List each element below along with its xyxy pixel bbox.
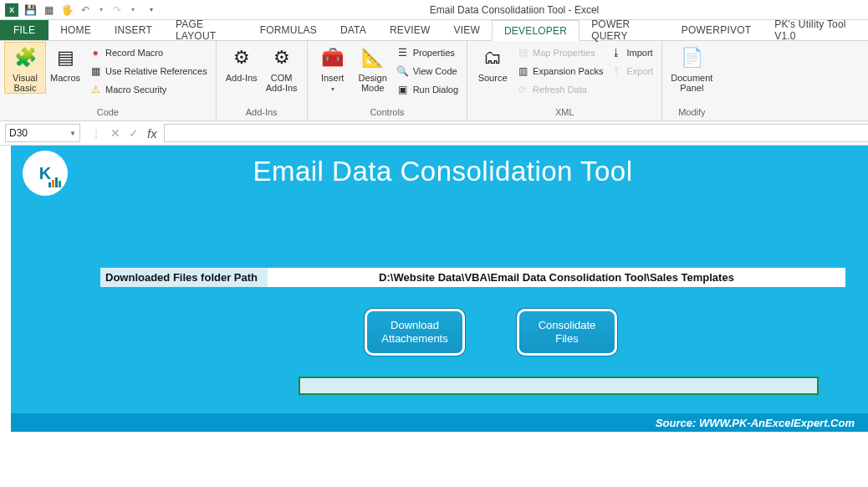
run-dialog-button[interactable]: ▣Run Dialog bbox=[396, 81, 458, 98]
tab-power-query[interactable]: POWER QUERY bbox=[580, 20, 670, 40]
title-bar: X 💾 ▦ 🖐 ↶ ▾ ↷ ▾ ▾ Email Data Consolidati… bbox=[0, 0, 868, 20]
tool-title: Email Data Consolidation Tool bbox=[68, 156, 868, 187]
source-bar: Source: WWW.PK-AnExcelExpert.Com bbox=[11, 413, 868, 432]
visual-basic-button[interactable]: 🧩 Visual Basic bbox=[5, 43, 45, 93]
download-attachments-button[interactable]: DownloadAttachements bbox=[365, 309, 465, 356]
macros-icon: ▤ bbox=[52, 44, 79, 71]
ribbon-tabs: FILE HOME INSERT PAGE LAYOUT FORMULAS DA… bbox=[0, 20, 868, 41]
formula-bar: D30 ▼ ⋮ ✕ ✓ fx bbox=[0, 121, 868, 146]
visual-basic-icon: 🧩 bbox=[12, 44, 38, 71]
tab-insert[interactable]: INSERT bbox=[103, 20, 164, 40]
name-box-dropdown-icon[interactable]: ▼ bbox=[69, 130, 76, 137]
cancel-formula-icon[interactable]: ✕ bbox=[110, 126, 120, 140]
map-properties-button: ▤Map Properties bbox=[516, 44, 603, 61]
tool-panel: K Email Data Consolidation Tool Download… bbox=[11, 146, 868, 413]
tab-developer[interactable]: DEVELOPER bbox=[492, 20, 580, 41]
com-addins-icon: ⚙ bbox=[268, 44, 295, 71]
record-icon: ● bbox=[89, 46, 102, 59]
pk-logo: K bbox=[23, 151, 68, 196]
source-text: Source: WWW.PK-AnExcelExpert.Com bbox=[656, 417, 855, 429]
group-label-xml: XML bbox=[472, 107, 656, 120]
qat-dropdown-1[interactable]: ▾ bbox=[97, 6, 105, 13]
import-button[interactable]: ⭳Import bbox=[610, 44, 653, 61]
tab-view[interactable]: VIEW bbox=[442, 20, 492, 40]
insert-function-icon[interactable]: fx bbox=[147, 126, 157, 141]
document-panel-button[interactable]: 📄 Document Panel bbox=[667, 43, 716, 93]
macro-security-button[interactable]: ⚠Macro Security bbox=[89, 81, 207, 98]
save-icon[interactable]: 💾 bbox=[23, 3, 37, 17]
design-mode-button[interactable]: 📐 Design Mode bbox=[353, 43, 393, 93]
properties-icon: ☰ bbox=[396, 46, 410, 59]
com-addins-button[interactable]: ⚙ COM Add-Ins bbox=[262, 43, 302, 93]
refresh-icon: ⟳ bbox=[516, 83, 529, 96]
insert-control-icon: 🧰 bbox=[319, 44, 346, 71]
dotted-divider: ⋮ bbox=[90, 126, 102, 140]
group-xml: 🗂 Source ▤Map Properties ▥Expansion Pack… bbox=[467, 41, 662, 120]
folder-path-value[interactable]: D:\Website Data\VBA\Email Data Consolida… bbox=[268, 268, 845, 287]
tool-header: K Email Data Consolidation Tool bbox=[11, 146, 868, 197]
refresh-data-button: ⟳Refresh Data bbox=[516, 81, 603, 98]
window-title: Email Data Consolidatiion Tool - Excel bbox=[161, 4, 868, 16]
group-addins: ⚙ Add-Ins ⚙ COM Add-Ins Add-Ins bbox=[217, 41, 308, 120]
design-mode-icon: 📐 bbox=[360, 44, 386, 71]
name-box[interactable]: D30 ▼ bbox=[5, 124, 80, 142]
warning-icon: ⚠ bbox=[89, 83, 102, 96]
macros-button[interactable]: ▤ Macros bbox=[45, 43, 85, 83]
folder-path-label: Downloaded Files folder Path bbox=[100, 268, 268, 287]
group-label-addins: Add-Ins bbox=[222, 107, 302, 120]
map-properties-icon: ▤ bbox=[516, 46, 529, 59]
redo-icon[interactable]: ↷ bbox=[110, 3, 124, 17]
consolidate-files-button[interactable]: ConsolidateFiles bbox=[517, 309, 617, 356]
run-dialog-icon: ▣ bbox=[396, 83, 410, 96]
qat-customize-icon[interactable]: ▾ bbox=[147, 6, 156, 13]
tab-file[interactable]: FILE bbox=[0, 20, 49, 40]
tab-review[interactable]: REVIEW bbox=[378, 20, 442, 40]
tab-home[interactable]: HOME bbox=[49, 20, 103, 40]
insert-control-button[interactable]: 🧰 Insert▾ bbox=[313, 43, 353, 95]
group-controls: 🧰 Insert▾ 📐 Design Mode ☰Properties 🔍Vie… bbox=[308, 41, 467, 120]
group-label-controls: Controls bbox=[313, 107, 462, 120]
expansion-packs-icon: ▥ bbox=[516, 64, 529, 78]
source-button[interactable]: 🗂 Source bbox=[472, 43, 513, 83]
folder-path-row: Downloaded Files folder Path D:\Website … bbox=[100, 268, 845, 287]
properties-button[interactable]: ☰Properties bbox=[396, 44, 458, 61]
source-icon: 🗂 bbox=[479, 44, 506, 71]
view-code-icon: 🔍 bbox=[396, 64, 410, 78]
formula-input[interactable] bbox=[164, 124, 868, 142]
record-macro-button[interactable]: ●Record Macro bbox=[89, 44, 207, 61]
expansion-packs-button[interactable]: ▥Expansion Packs bbox=[516, 63, 603, 79]
name-box-value: D30 bbox=[9, 127, 28, 139]
new-icon[interactable]: ▦ bbox=[42, 3, 55, 17]
excel-app-icon[interactable]: X bbox=[5, 3, 18, 17]
worksheet[interactable]: K Email Data Consolidation Tool Download… bbox=[0, 146, 868, 487]
relative-refs-icon: ▦ bbox=[89, 64, 102, 78]
document-panel-icon: 📄 bbox=[678, 44, 705, 71]
use-relative-references-button[interactable]: ▦Use Relative References bbox=[89, 63, 207, 79]
group-code: 🧩 Visual Basic ▤ Macros ●Record Macro ▦U… bbox=[0, 41, 217, 120]
import-icon: ⭳ bbox=[610, 46, 623, 59]
undo-icon[interactable]: ↶ bbox=[79, 3, 92, 17]
ribbon: 🧩 Visual Basic ▤ Macros ●Record Macro ▦U… bbox=[0, 41, 868, 121]
progress-cell-selected[interactable] bbox=[299, 377, 819, 395]
export-icon: ⭱ bbox=[610, 64, 623, 78]
group-modify: 📄 Document Panel Modify bbox=[662, 41, 721, 120]
quick-access-toolbar: X 💾 ▦ 🖐 ↶ ▾ ↷ ▾ ▾ bbox=[0, 3, 161, 17]
touch-mode-icon[interactable]: 🖐 bbox=[60, 3, 74, 17]
addins-icon: ⚙ bbox=[228, 44, 255, 71]
tab-powerpivot[interactable]: POWERPIVOT bbox=[670, 20, 763, 40]
export-button: ⭱Export bbox=[610, 63, 653, 79]
addins-button[interactable]: ⚙ Add-Ins bbox=[222, 43, 262, 83]
group-label-modify: Modify bbox=[667, 107, 716, 120]
view-code-button[interactable]: 🔍View Code bbox=[396, 63, 458, 79]
tab-page-layout[interactable]: PAGE LAYOUT bbox=[164, 20, 248, 40]
tab-data[interactable]: DATA bbox=[329, 20, 378, 40]
formula-controls: ⋮ ✕ ✓ fx bbox=[84, 126, 164, 141]
tab-formulas[interactable]: FORMULAS bbox=[248, 20, 329, 40]
tab-pk-utility[interactable]: PK's Utility Tool V1.0 bbox=[763, 20, 868, 40]
qat-dropdown-2[interactable]: ▾ bbox=[129, 6, 137, 13]
group-label-code: Code bbox=[5, 107, 211, 120]
enter-formula-icon[interactable]: ✓ bbox=[129, 126, 139, 140]
